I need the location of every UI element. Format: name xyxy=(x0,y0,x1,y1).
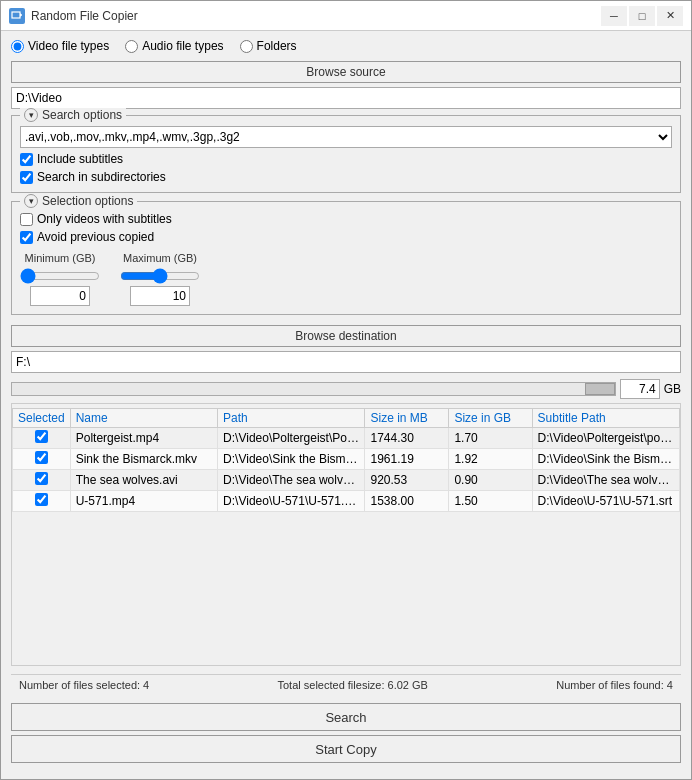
window-controls: ─ □ ✕ xyxy=(601,6,683,26)
row-checkbox[interactable] xyxy=(35,451,48,464)
audio-radio-label: Audio file types xyxy=(142,39,223,53)
row-size-gb: 0.90 xyxy=(449,470,532,491)
extensions-select[interactable]: .avi,.vob,.mov,.mkv,.mp4,.wmv,.3gp,.3g2 xyxy=(20,126,672,148)
max-slider-track xyxy=(120,266,200,306)
row-path: D:\Video\Sink the Bismarck\Si xyxy=(218,449,365,470)
col-path: Path xyxy=(218,409,365,428)
row-size-mb: 920.53 xyxy=(365,470,449,491)
video-radio[interactable] xyxy=(11,40,24,53)
max-gb-group: Maximum (GB) xyxy=(120,252,200,306)
max-gb-input[interactable] xyxy=(130,286,190,306)
row-path: D:\Video\U-571\U-571.mp4 xyxy=(218,491,365,512)
row-size-gb: 1.70 xyxy=(449,428,532,449)
dest-scroll-row: GB xyxy=(11,379,681,399)
row-selected-cell[interactable] xyxy=(13,428,71,449)
row-selected-cell[interactable] xyxy=(13,491,71,512)
folders-radio-label: Folders xyxy=(257,39,297,53)
include-subtitles-label[interactable]: Include subtitles xyxy=(37,152,123,166)
row-name: The sea wolves.avi xyxy=(70,470,217,491)
min-gb-label: Minimum (GB) xyxy=(25,252,96,264)
selection-options-title: ▾ Selection options xyxy=(20,194,137,208)
max-gb-label: Maximum (GB) xyxy=(123,252,197,264)
main-window: Random File Copier ─ □ ✕ Video file type… xyxy=(0,0,692,780)
file-table-container: Selected Name Path Size in MB Size in GB… xyxy=(11,403,681,666)
browse-destination-button[interactable]: Browse destination xyxy=(11,325,681,347)
search-options-title: ▾ Search options xyxy=(20,108,126,122)
row-subtitle-path: D:\Video\Sink the Bismarck\Si xyxy=(532,449,679,470)
table-row: Poltergeist.mp4 D:\Video\Poltergeist\Pol… xyxy=(13,428,680,449)
include-subtitles-checkbox[interactable] xyxy=(20,153,33,166)
search-subdirs-row: Search in subdirectories xyxy=(20,170,672,184)
files-selected-status: Number of files selected: 4 xyxy=(19,679,149,691)
selection-options-label: Selection options xyxy=(42,194,133,208)
row-subtitle-path: D:\Video\U-571\U-571.srt xyxy=(532,491,679,512)
col-size-gb: Size in GB xyxy=(449,409,532,428)
action-buttons: Search Start Copy xyxy=(11,699,681,771)
row-checkbox[interactable] xyxy=(35,493,48,506)
avoid-previous-checkbox[interactable] xyxy=(20,231,33,244)
video-radio-option[interactable]: Video file types xyxy=(11,39,109,53)
dest-scrollbar[interactable] xyxy=(11,382,616,396)
dest-path-input[interactable] xyxy=(11,351,681,373)
row-path: D:\Video\Poltergeist\Polterge xyxy=(218,428,365,449)
close-button[interactable]: ✕ xyxy=(657,6,683,26)
selection-collapse-button[interactable]: ▾ xyxy=(24,194,38,208)
row-name: Poltergeist.mp4 xyxy=(70,428,217,449)
svg-rect-0 xyxy=(12,12,20,18)
slider-area: Minimum (GB) Maximum (GB) xyxy=(20,252,672,306)
row-name: Sink the Bismarck.mkv xyxy=(70,449,217,470)
search-options-label: Search options xyxy=(42,108,122,122)
titlebar: Random File Copier ─ □ ✕ xyxy=(1,1,691,31)
search-subdirs-label[interactable]: Search in subdirectories xyxy=(37,170,166,184)
file-table-body: Poltergeist.mp4 D:\Video\Poltergeist\Pol… xyxy=(13,428,680,512)
row-size-gb: 1.50 xyxy=(449,491,532,512)
row-checkbox[interactable] xyxy=(35,430,48,443)
app-icon xyxy=(9,8,25,24)
col-size-mb: Size in MB xyxy=(365,409,449,428)
row-size-mb: 1538.00 xyxy=(365,491,449,512)
search-button[interactable]: Search xyxy=(11,703,681,731)
maximize-button[interactable]: □ xyxy=(629,6,655,26)
only-subtitles-checkbox[interactable] xyxy=(20,213,33,226)
min-gb-slider[interactable] xyxy=(20,266,100,286)
only-subtitles-label[interactable]: Only videos with subtitles xyxy=(37,212,172,226)
avoid-previous-row: Avoid previous copied xyxy=(20,230,672,244)
search-subdirs-checkbox[interactable] xyxy=(20,171,33,184)
search-collapse-button[interactable]: ▾ xyxy=(24,108,38,122)
table-row: The sea wolves.avi D:\Video\The sea wolv… xyxy=(13,470,680,491)
row-size-gb: 1.92 xyxy=(449,449,532,470)
avoid-previous-label[interactable]: Avoid previous copied xyxy=(37,230,154,244)
min-slider-track xyxy=(20,266,100,306)
extensions-row: .avi,.vob,.mov,.mkv,.mp4,.wmv,.3gp,.3g2 xyxy=(20,126,672,148)
row-selected-cell[interactable] xyxy=(13,470,71,491)
audio-radio-option[interactable]: Audio file types xyxy=(125,39,223,53)
min-gb-input[interactable] xyxy=(30,286,90,306)
file-type-radio-group: Video file types Audio file types Folder… xyxy=(11,39,681,53)
dest-gb-unit: GB xyxy=(664,382,681,396)
row-name: U-571.mp4 xyxy=(70,491,217,512)
minimize-button[interactable]: ─ xyxy=(601,6,627,26)
table-row: Sink the Bismarck.mkv D:\Video\Sink the … xyxy=(13,449,680,470)
row-subtitle-path: D:\Video\The sea wolves\The xyxy=(532,470,679,491)
source-path-input[interactable] xyxy=(11,87,681,109)
start-copy-button[interactable]: Start Copy xyxy=(11,735,681,763)
row-selected-cell[interactable] xyxy=(13,449,71,470)
col-name: Name xyxy=(70,409,217,428)
row-checkbox[interactable] xyxy=(35,472,48,485)
selection-options-group: ▾ Selection options Only videos with sub… xyxy=(11,201,681,315)
col-selected: Selected xyxy=(13,409,71,428)
min-gb-group: Minimum (GB) xyxy=(20,252,100,306)
destination-row: Browse destination xyxy=(11,325,681,373)
browse-source-button[interactable]: Browse source xyxy=(11,61,681,83)
dest-gb-display: GB xyxy=(620,379,681,399)
col-subtitle: Subtitle Path xyxy=(532,409,679,428)
svg-marker-2 xyxy=(20,13,22,17)
folders-radio-option[interactable]: Folders xyxy=(240,39,297,53)
audio-radio[interactable] xyxy=(125,40,138,53)
row-size-mb: 1744.30 xyxy=(365,428,449,449)
total-size-status: Total selected filesize: 6.02 GB xyxy=(278,679,428,691)
folders-radio[interactable] xyxy=(240,40,253,53)
window-title: Random File Copier xyxy=(31,9,601,23)
dest-gb-input[interactable] xyxy=(620,379,660,399)
max-gb-slider[interactable] xyxy=(120,266,200,286)
